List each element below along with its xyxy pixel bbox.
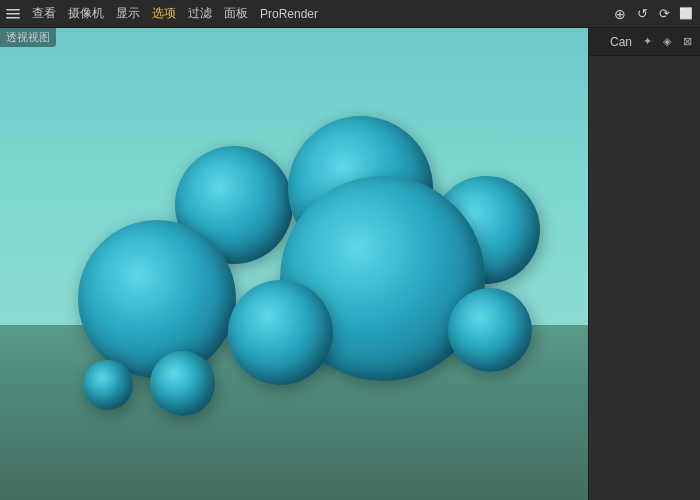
right-panel: Can ✦ ◈ ⊠ [588, 28, 700, 500]
sphere-small-left [150, 351, 215, 416]
main-layout: 透视视图 [0, 28, 700, 500]
can-label: Can [610, 35, 632, 49]
display-menu[interactable]: 显示 [110, 3, 146, 24]
panel-menu[interactable]: 面板 [218, 3, 254, 24]
panel-icon-1[interactable]: ✦ [638, 33, 656, 51]
viewport-area[interactable]: 透视视图 [0, 28, 588, 500]
options-menu[interactable]: 选项 [146, 3, 182, 24]
right-panel-content [589, 56, 700, 500]
rotate-icon[interactable]: ↺ [632, 4, 652, 24]
sync-icon[interactable]: ⟳ [654, 4, 674, 24]
panel-icon-3[interactable]: ⊠ [678, 33, 696, 51]
window-icon[interactable]: ⬜ [676, 4, 696, 24]
3d-scene [0, 28, 588, 500]
prorender-menu[interactable]: ProRender [254, 5, 324, 23]
svg-rect-0 [6, 9, 20, 11]
camera-menu[interactable]: 摄像机 [62, 3, 110, 24]
menubar: 查看 摄像机 显示 选项 过滤 面板 ProRender ⊕ ↺ ⟳ ⬜ [0, 0, 700, 28]
right-panel-header: Can ✦ ◈ ⊠ [589, 28, 700, 56]
sphere-right-small [448, 288, 532, 372]
view-menu[interactable]: 查看 [26, 3, 62, 24]
sphere-tiny [83, 360, 133, 410]
viewport-label: 透视视图 [0, 28, 56, 47]
toolbar-icons: ⊕ ↺ ⟳ ⬜ [610, 4, 696, 24]
sphere-medium-front-center [228, 280, 333, 385]
sphere-large-left [78, 220, 236, 378]
svg-rect-2 [6, 17, 20, 19]
svg-rect-1 [6, 13, 20, 15]
hamburger-icon[interactable] [4, 5, 22, 23]
spheres-container [0, 28, 588, 500]
move-icon[interactable]: ⊕ [610, 4, 630, 24]
panel-icon-2[interactable]: ◈ [658, 33, 676, 51]
filter-menu[interactable]: 过滤 [182, 3, 218, 24]
